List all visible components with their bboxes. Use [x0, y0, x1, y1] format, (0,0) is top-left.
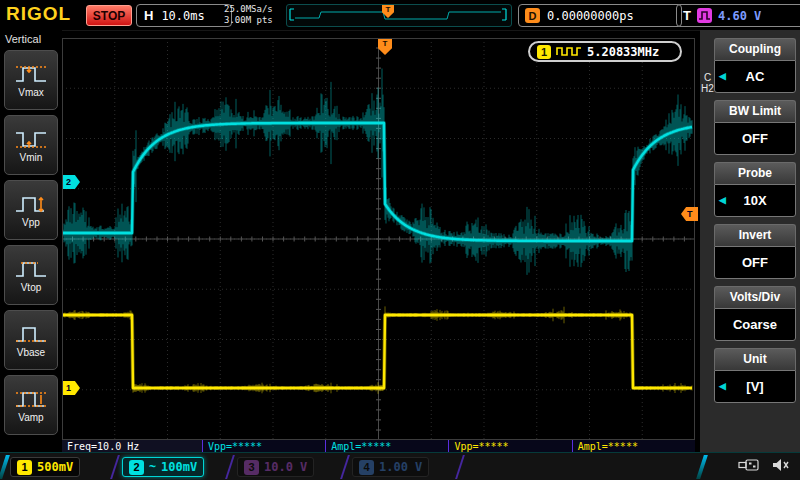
- divider: [340, 455, 350, 479]
- menu-item-value: 10X: [743, 193, 766, 208]
- measure-sidebar: Vertical Vmax Vmin Vpp Vtop Vbase Vamp: [0, 30, 62, 452]
- menu-item-label: Unit: [714, 348, 796, 370]
- horizontal-timebase-box[interactable]: H 10.0ms: [136, 4, 232, 27]
- channel-menu-tab[interactable]: CH2: [701, 72, 714, 94]
- speaker-icon[interactable]: [772, 458, 790, 472]
- freq-counter-value: 5.20833MHz: [587, 45, 659, 59]
- measure-item-label: Vamp: [18, 412, 43, 423]
- measure-item-vtop[interactable]: Vtop: [4, 245, 58, 305]
- vmin-icon: [14, 128, 48, 150]
- channel-1-scale: 500mV: [37, 460, 73, 474]
- channel-3-scale: 10.0 V: [264, 460, 307, 474]
- delay-value: 0.00000000ps: [547, 9, 634, 23]
- channel-2-status[interactable]: 2 ~ 100mV: [122, 457, 204, 477]
- rigol-logo: RIGOL: [6, 3, 71, 25]
- delay-box[interactable]: D 0.00000000ps: [518, 4, 682, 27]
- measure-item-vbase[interactable]: Vbase: [4, 310, 58, 370]
- memory-depth: 3.00M pts: [224, 15, 273, 26]
- square-wave-icon: [556, 46, 582, 57]
- channel-1-badge: 1: [17, 460, 32, 475]
- channel-3-status[interactable]: 3 10.0 V: [237, 457, 314, 477]
- trigger-box[interactable]: T 4.60 V: [676, 4, 800, 27]
- measure-item-vpp[interactable]: Vpp: [4, 180, 58, 240]
- channel-menu-sidebar: CH2 Coupling ◀AC BW Limit ◀OFF Probe ◀10…: [700, 30, 800, 452]
- trigger-level-value: 4.60 V: [718, 9, 761, 23]
- ac-coupling-icon: ~: [149, 460, 156, 474]
- channel-1-status[interactable]: 1 500mV: [10, 457, 80, 477]
- trigger-source-icon: [697, 8, 712, 23]
- divider: [696, 455, 708, 479]
- measure-menu-title: Vertical: [0, 30, 62, 47]
- menu-item-label: Invert: [714, 224, 796, 246]
- vpp-icon: [14, 193, 48, 215]
- timebase-value: 10.0ms: [161, 9, 204, 23]
- menu-item-value: OFF: [742, 131, 768, 146]
- trigger-label: T: [683, 8, 691, 23]
- acquisition-info: 25.0MSa/s 3.00M pts: [224, 4, 273, 26]
- frequency-counter-badge: 1 5.20833MHz: [528, 41, 682, 62]
- menu-item-label: Coupling: [714, 38, 796, 60]
- menu-item-volts-div[interactable]: Volts/Div ◀Coarse: [714, 286, 796, 341]
- channel-2-scale: 100mV: [161, 460, 197, 474]
- measure-item-vamp[interactable]: Vamp: [4, 375, 58, 435]
- menu-item-probe[interactable]: Probe ◀10X: [714, 162, 796, 217]
- channel-4-scale: 1.00 V: [379, 460, 422, 474]
- menu-item-coupling[interactable]: Coupling ◀AC: [714, 38, 796, 93]
- measure-item-label: Vtop: [21, 282, 42, 293]
- menu-item-value: OFF: [742, 255, 768, 270]
- menu-item-value: Coarse: [733, 317, 777, 332]
- vbase-icon: [14, 323, 48, 345]
- channel-2-badge: 2: [129, 460, 144, 475]
- measure-item-label: Vpp: [22, 217, 40, 228]
- measure-item-label: Vmin: [20, 152, 43, 163]
- measure-item-vmin[interactable]: Vmin: [4, 115, 58, 175]
- run-state-badge: STOP: [86, 5, 132, 26]
- divider: [455, 455, 465, 479]
- vtop-icon: [14, 258, 48, 280]
- menu-item-label: Probe: [714, 162, 796, 184]
- horizontal-label: H: [144, 8, 153, 23]
- option-arrow-icon: ◀: [719, 61, 726, 92]
- measure-item-label: Vbase: [17, 347, 45, 358]
- menu-item-value: AC: [746, 69, 765, 84]
- sample-rate: 25.0MSa/s: [224, 4, 273, 15]
- menu-item-unit[interactable]: Unit ◀[V]: [714, 348, 796, 403]
- menu-item-label: Volts/Div: [714, 286, 796, 308]
- channel-4-badge: 4: [359, 460, 374, 475]
- measure-item-label: Vmax: [18, 87, 44, 98]
- usb-icon: [738, 458, 760, 472]
- divider: [110, 455, 120, 479]
- measure-item-vmax[interactable]: Vmax: [4, 50, 58, 110]
- thumbnail-waveform: [287, 5, 509, 24]
- vamp-icon: [14, 388, 48, 410]
- divider: [225, 455, 235, 479]
- channel-status-bar: 1 500mV 2 ~ 100mV 3 10.0 V 4 1.00 V: [0, 452, 800, 480]
- option-arrow-icon: ◀: [719, 185, 726, 216]
- memory-waveform-thumbnail[interactable]: T: [286, 4, 512, 27]
- divider: [0, 455, 10, 479]
- vmax-icon: [14, 63, 48, 85]
- menu-item-value: [V]: [746, 379, 763, 394]
- freq-counter-channel-badge: 1: [537, 45, 551, 59]
- menu-item-bw-limit[interactable]: BW Limit ◀OFF: [714, 100, 796, 155]
- menu-item-invert[interactable]: Invert ◀OFF: [714, 224, 796, 279]
- top-status-bar: RIGOL STOP H 10.0ms 25.0MSa/s 3.00M pts …: [0, 0, 800, 31]
- option-arrow-icon: ◀: [719, 371, 726, 402]
- graticule-border: [62, 38, 695, 440]
- menu-item-label: BW Limit: [714, 100, 796, 122]
- delay-icon: D: [525, 8, 540, 23]
- channel-3-badge: 3: [244, 460, 259, 475]
- channel-4-status[interactable]: 4 1.00 V: [352, 457, 429, 477]
